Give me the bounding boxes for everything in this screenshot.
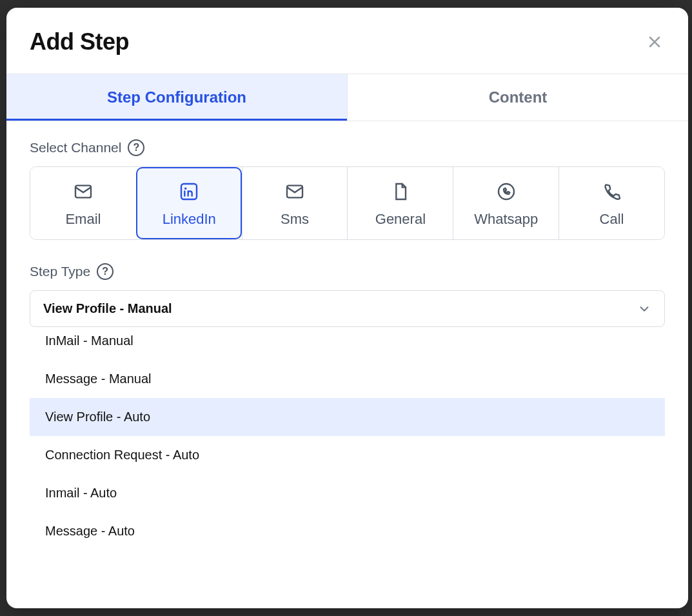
file-icon xyxy=(390,181,411,202)
channel-label: Sms xyxy=(281,211,309,228)
modal-header: Add Step xyxy=(6,8,688,74)
step-type-label: Step Type ? xyxy=(30,263,665,280)
channel-call[interactable]: Call xyxy=(559,167,664,239)
select-channel-text: Select Channel xyxy=(30,140,121,155)
channel-email[interactable]: Email xyxy=(30,167,136,239)
dropdown-option[interactable]: View Profile - Auto xyxy=(30,398,665,436)
modal-body: Select Channel ? Email LinkedIn Sms Gene… xyxy=(6,121,688,608)
selected-value: View Profile - Manual xyxy=(43,301,172,316)
step-type-select[interactable]: View Profile - Manual xyxy=(30,290,665,327)
mail-icon xyxy=(284,181,305,202)
channel-whatsapp[interactable]: Whatsapp xyxy=(453,167,559,239)
svg-point-2 xyxy=(184,188,186,190)
tab-step-configuration[interactable]: Step Configuration xyxy=(6,74,347,121)
channel-linkedin[interactable]: LinkedIn xyxy=(136,167,242,239)
help-icon[interactable]: ? xyxy=(97,263,114,280)
step-type-dropdown: InMail - ManualMessage - ManualView Prof… xyxy=(30,328,665,608)
close-button[interactable] xyxy=(644,32,665,52)
channel-label: Email xyxy=(65,211,101,228)
dropdown-option[interactable]: InMail - Manual xyxy=(30,328,665,360)
dropdown-option[interactable]: Connection Request - Auto xyxy=(30,436,665,474)
channel-label: Whatsapp xyxy=(474,211,538,228)
modal-title: Add Step xyxy=(30,28,129,55)
close-icon xyxy=(647,34,662,50)
channel-general[interactable]: General xyxy=(347,167,453,239)
select-channel-label: Select Channel ? xyxy=(30,139,665,156)
channel-label: Call xyxy=(600,211,624,228)
dropdown-option[interactable]: Message - Auto xyxy=(30,512,665,550)
dropdown-list[interactable]: InMail - ManualMessage - ManualView Prof… xyxy=(30,328,665,608)
linkedin-icon xyxy=(179,181,199,202)
channel-label: LinkedIn xyxy=(163,211,216,228)
chevron-down-icon xyxy=(637,302,651,316)
add-step-modal: Add Step Step Configuration Content Sele… xyxy=(6,8,688,608)
mail-icon xyxy=(73,181,94,202)
dropdown-option[interactable]: Inmail - Auto xyxy=(30,474,665,512)
tabs: Step Configuration Content xyxy=(6,74,688,121)
tab-content[interactable]: Content xyxy=(347,74,688,121)
dropdown-option[interactable]: Message - Manual xyxy=(30,360,665,398)
channel-grid: Email LinkedIn Sms General Whatsapp Call xyxy=(30,166,665,240)
channel-sms[interactable]: Sms xyxy=(242,167,348,239)
step-type-selected[interactable]: View Profile - Manual xyxy=(30,290,665,327)
whatsapp-icon xyxy=(496,181,517,202)
step-type-text: Step Type xyxy=(30,264,90,279)
channel-label: General xyxy=(375,211,426,228)
phone-icon xyxy=(602,181,622,202)
help-icon[interactable]: ? xyxy=(128,139,144,156)
